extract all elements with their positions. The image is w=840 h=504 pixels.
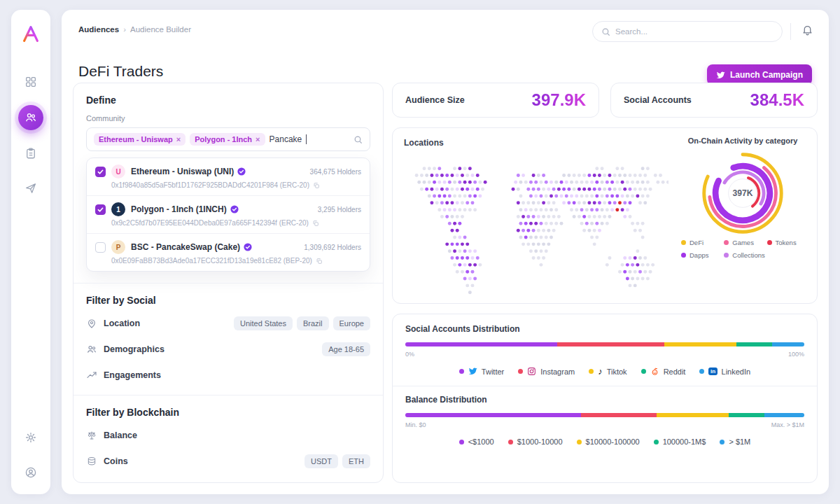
legend-bullet	[577, 440, 582, 444]
filter-label: Location	[104, 318, 140, 328]
search-input[interactable]	[615, 27, 774, 36]
filter-label: Demographics	[104, 344, 164, 354]
app-root: Audiences › Audience Builder DeFi Trader…	[0, 0, 840, 504]
donut-center-value: 397K	[733, 188, 753, 198]
chip-remove-icon[interactable]: ×	[176, 135, 181, 144]
legend-bullet	[589, 369, 594, 374]
legend-bullet	[724, 253, 729, 258]
community-option-1inch[interactable]: 1 Polygon - 1Inch (1INCH) 3,295 Holders …	[87, 196, 370, 234]
page-title: DeFi Traders	[78, 63, 163, 80]
profile-avatar-icon[interactable]	[19, 461, 43, 484]
breadcrumb-current: Audience Builder	[130, 25, 191, 34]
selected-community-chip[interactable]: Polygon - 1Inch ×	[190, 133, 265, 146]
define-heading: Define	[86, 94, 370, 106]
sidebar-bottom-group	[19, 426, 43, 484]
bar-segment	[736, 342, 772, 346]
linkedin-icon: in	[708, 368, 717, 375]
filter-chip[interactable]: Europe	[333, 316, 370, 330]
filter-blockchain-heading: Filter by Blockchain	[86, 407, 370, 418]
filter-row-nft[interactable]: NFT Assets	[86, 479, 370, 483]
define-card: Define Community Ethereum - Uniswap × Po…	[73, 83, 384, 483]
nft-hexagon-icon	[86, 482, 97, 483]
token-address: 0x1f9840a85d5aF5bf1D1762F925BDADdC4201F9…	[111, 181, 309, 189]
bar-segment	[772, 342, 804, 346]
filter-chip[interactable]: United States	[234, 316, 293, 330]
breadcrumb: Audiences › Audience Builder	[78, 25, 191, 34]
filter-chip[interactable]: Age 18-65	[322, 342, 370, 356]
legend-bullet	[459, 440, 464, 444]
onchain-donut-chart: 397K	[699, 149, 787, 237]
location-pin-icon	[86, 318, 97, 329]
tiktok-icon: ♪	[598, 367, 603, 376]
sidebar-item-campaigns[interactable]	[19, 176, 43, 200]
typed-query: Pancake	[270, 134, 302, 144]
community-search-icon	[354, 135, 363, 144]
stat-label: Social Accounts	[624, 95, 692, 105]
filter-social-heading: Filter by Social	[86, 295, 370, 306]
legend-label: Reddit	[664, 368, 686, 376]
filter-row-location[interactable]: Location United States Brazil Europe	[86, 315, 370, 332]
filter-row-coins[interactable]: Coins USDT ETH	[86, 453, 370, 470]
filter-row-balance[interactable]: Balance	[86, 427, 370, 444]
legend-bullet	[681, 253, 686, 258]
legend-bullet	[508, 440, 513, 444]
checkbox[interactable]	[95, 167, 106, 177]
section-divider	[74, 283, 383, 284]
token-name: BSC - PancakeSwap (Cake)	[131, 242, 240, 252]
token-address: 0x0E09FaBB73Bd3Ade0a17ECC321fD13a19e81cE…	[111, 257, 312, 265]
legend-label: LinkedIn	[722, 368, 751, 376]
filter-label: Engagements	[104, 370, 161, 380]
community-option-uniswap[interactable]: U Ethereum - Uniswap (UNI) 364,675 Holde…	[87, 158, 370, 196]
filter-chip[interactable]: USDT	[304, 454, 338, 468]
filter-row-demographics[interactable]: Demographics Age 18-65	[86, 341, 370, 358]
legend-bullet	[641, 369, 646, 374]
bar-segment	[729, 413, 764, 417]
bar-segment	[581, 413, 657, 417]
copy-icon[interactable]	[313, 182, 320, 189]
legend-label: <$1000	[468, 438, 494, 446]
main-panel: Audiences › Audience Builder DeFi Trader…	[62, 10, 829, 494]
stat-value: 397.9K	[532, 90, 586, 110]
copy-icon[interactable]	[316, 258, 323, 265]
sidebar-item-lists[interactable]	[19, 141, 43, 165]
legend-label: 100000-1M$	[663, 438, 706, 446]
verified-badge-icon	[230, 205, 239, 214]
legend-bullet	[459, 369, 464, 374]
legend-label: $10000-100000	[586, 438, 640, 446]
chip-remove-icon[interactable]: ×	[255, 135, 260, 144]
selected-community-chip[interactable]: Ethereum - Uniswap ×	[94, 133, 186, 146]
copy-icon[interactable]	[312, 220, 319, 227]
legend-label: Games	[732, 239, 754, 246]
search-bar[interactable]	[592, 21, 783, 42]
onchain-heading: On-Chain Activity by category	[676, 136, 810, 145]
community-input[interactable]: Ethereum - Uniswap × Polygon - 1Inch × P…	[86, 127, 370, 151]
checkbox[interactable]	[95, 242, 106, 253]
bar-max-label: 100%	[788, 351, 804, 358]
legend-bullet	[681, 240, 686, 245]
notifications-bell-icon[interactable]	[802, 24, 813, 36]
legend-bullet	[724, 240, 729, 245]
breadcrumb-audiences-link[interactable]: Audiences	[78, 25, 119, 34]
bar-segment	[405, 342, 557, 346]
trending-up-icon	[86, 370, 97, 381]
settings-gear-icon[interactable]	[19, 426, 43, 449]
legend-bullet	[767, 240, 772, 245]
community-option-pancakeswap[interactable]: P BSC - PancakeSwap (Cake) 1,309,692 Hol…	[87, 234, 370, 271]
community-label: Community	[86, 114, 370, 122]
sidebar-item-audiences[interactable]	[18, 105, 43, 130]
coins-icon	[86, 456, 97, 467]
twitter-icon	[468, 367, 477, 376]
filter-chip[interactable]: Brazil	[297, 316, 329, 330]
app-logo-icon[interactable]	[20, 24, 41, 45]
filter-chip[interactable]: ETH	[342, 454, 370, 468]
social-distribution-legend: Twitter Instagram ♪ Tiktok Reddit in Lin…	[405, 367, 804, 376]
checkbox[interactable]	[95, 204, 106, 215]
filter-label: Coins	[104, 456, 128, 466]
text-cursor	[306, 134, 307, 144]
legend-label: Instagram	[540, 368, 575, 376]
sidebar-item-dashboard[interactable]	[19, 70, 43, 94]
onchain-activity-block: On-Chain Activity by category 397K DeFi …	[676, 136, 810, 259]
filter-row-engagements[interactable]: Engagements	[86, 367, 370, 384]
social-accounts-card: Social Accounts 384.5K	[610, 83, 818, 118]
search-icon	[601, 27, 610, 36]
